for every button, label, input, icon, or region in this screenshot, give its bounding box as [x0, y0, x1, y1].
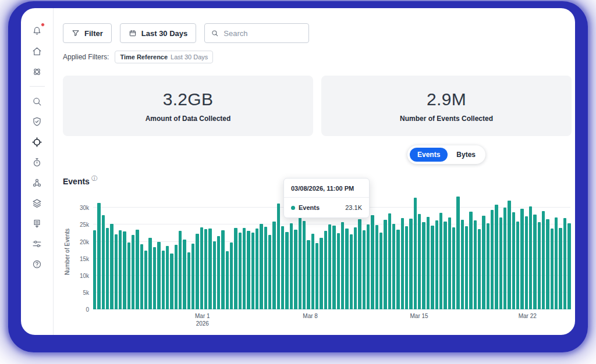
bar[interactable]: [546, 219, 549, 309]
bar[interactable]: [503, 208, 506, 309]
bar[interactable]: [136, 230, 139, 309]
bar[interactable]: [179, 231, 182, 309]
bar[interactable]: [563, 218, 566, 309]
bar[interactable]: [388, 213, 391, 309]
bar[interactable]: [533, 215, 536, 309]
bar[interactable]: [482, 216, 485, 309]
bar[interactable]: [379, 233, 382, 309]
time-reference-filter-chip[interactable]: Time Reference Last 30 Days: [115, 51, 213, 63]
bar[interactable]: [452, 227, 455, 309]
bar[interactable]: [115, 234, 118, 309]
bar[interactable]: [196, 234, 198, 309]
bar[interactable]: [328, 224, 331, 309]
bar[interactable]: [208, 229, 211, 309]
bar[interactable]: [371, 215, 374, 309]
bar[interactable]: [140, 244, 143, 309]
toggle-option-bytes[interactable]: Bytes: [449, 148, 483, 162]
bar[interactable]: [401, 218, 404, 309]
bar[interactable]: [123, 231, 126, 309]
bar[interactable]: [281, 226, 284, 309]
bar[interactable]: [427, 217, 430, 309]
bar[interactable]: [448, 217, 451, 309]
pipeline-sliders-icon[interactable]: [27, 236, 47, 251]
bar[interactable]: [110, 224, 113, 309]
bar[interactable]: [384, 220, 386, 309]
bar[interactable]: [538, 222, 541, 309]
bar[interactable]: [260, 224, 262, 309]
bar[interactable]: [277, 204, 280, 309]
notifications-bell-icon[interactable]: [27, 23, 47, 38]
bar[interactable]: [567, 223, 570, 310]
bar[interactable]: [119, 230, 122, 309]
bar[interactable]: [375, 225, 378, 309]
bar[interactable]: [367, 224, 370, 309]
bar[interactable]: [320, 238, 322, 309]
bar[interactable]: [332, 226, 335, 309]
bar[interactable]: [491, 210, 494, 309]
bar[interactable]: [157, 242, 160, 309]
bar[interactable]: [456, 197, 459, 310]
bar[interactable]: [315, 243, 318, 309]
bar[interactable]: [132, 235, 134, 309]
bar[interactable]: [555, 217, 558, 309]
bar[interactable]: [204, 229, 207, 309]
bar[interactable]: [191, 244, 194, 309]
bar[interactable]: [396, 230, 399, 309]
bar[interactable]: [183, 240, 186, 309]
log-document-icon[interactable]: [27, 216, 47, 231]
bar[interactable]: [256, 229, 258, 309]
bar[interactable]: [247, 231, 250, 309]
bar[interactable]: [213, 241, 216, 309]
bar[interactable]: [221, 230, 224, 309]
bar[interactable]: [465, 226, 468, 309]
bar[interactable]: [409, 219, 412, 309]
bar[interactable]: [230, 242, 233, 309]
bar[interactable]: [542, 211, 545, 309]
layers-icon[interactable]: [27, 195, 47, 210]
bar[interactable]: [520, 209, 523, 309]
bar[interactable]: [324, 231, 327, 309]
bar[interactable]: [512, 212, 515, 309]
bar[interactable]: [474, 220, 477, 309]
bar[interactable]: [418, 214, 421, 309]
bar[interactable]: [311, 234, 314, 309]
bar[interactable]: [363, 230, 366, 309]
bar[interactable]: [435, 220, 438, 309]
bar[interactable]: [345, 229, 348, 309]
bar[interactable]: [358, 219, 361, 309]
search-nav-icon[interactable]: [27, 94, 47, 109]
filter-button[interactable]: Filter: [63, 23, 112, 43]
search-input[interactable]: [224, 29, 303, 38]
org-cluster-icon[interactable]: [27, 175, 47, 190]
bar[interactable]: [307, 240, 310, 309]
help-icon[interactable]: [27, 256, 47, 272]
bar[interactable]: [495, 205, 498, 309]
bar[interactable]: [268, 235, 271, 309]
bar[interactable]: [175, 245, 178, 309]
bar[interactable]: [516, 222, 519, 309]
bar[interactable]: [166, 246, 169, 309]
traces-knot-icon[interactable]: [27, 64, 47, 79]
bar[interactable]: [422, 222, 425, 309]
bar[interactable]: [144, 251, 147, 309]
bar[interactable]: [170, 254, 173, 309]
bar[interactable]: [153, 247, 156, 309]
bar[interactable]: [226, 251, 229, 309]
bar[interactable]: [251, 233, 254, 309]
bar[interactable]: [350, 234, 353, 309]
bar[interactable]: [392, 224, 395, 309]
bar[interactable]: [294, 230, 297, 309]
bar[interactable]: [162, 251, 165, 309]
bar[interactable]: [354, 227, 357, 310]
security-shield-icon[interactable]: [27, 114, 47, 129]
bar[interactable]: [487, 223, 489, 309]
bar[interactable]: [102, 215, 105, 309]
bar[interactable]: [405, 226, 408, 309]
info-icon[interactable]: ⓘ: [91, 176, 97, 181]
bar[interactable]: [461, 220, 464, 309]
bar[interactable]: [285, 232, 288, 309]
bar[interactable]: [551, 229, 554, 309]
bar[interactable]: [559, 228, 562, 309]
bar[interactable]: [97, 203, 100, 309]
bar[interactable]: [478, 229, 481, 309]
